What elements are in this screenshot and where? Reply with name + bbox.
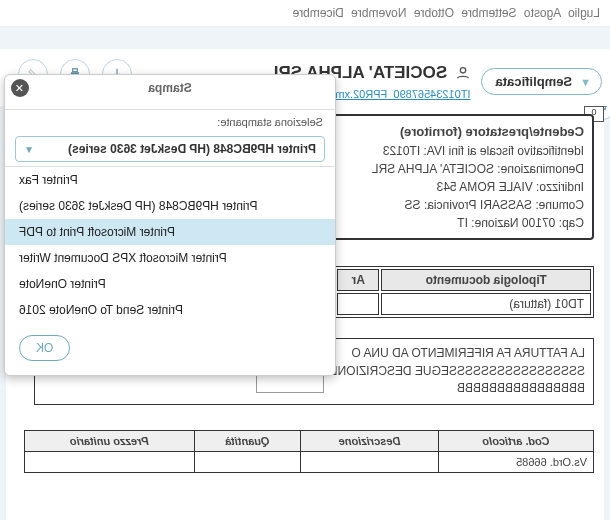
col-header: Descrizione — [301, 431, 439, 452]
col-header: Cod. articolo — [439, 431, 594, 452]
col-header: Quantità — [194, 431, 300, 452]
table-cell — [25, 452, 195, 473]
printer-option[interactable]: Printer Microsoft XPS Document Writer — [5, 245, 335, 271]
printer-option[interactable]: Printer Fax — [5, 167, 335, 193]
printer-combobox[interactable]: Printer HP9BC848 (HP DeskJet 3630 series… — [15, 136, 325, 162]
chevron-down-icon: ▼ — [24, 144, 34, 155]
supplier-box: Cedente/prestatore (fornitore) Identific… — [294, 114, 594, 240]
supplier-line: Cap: 07100 Nazione: IT — [304, 214, 584, 232]
month-item[interactable]: Ottobre — [414, 6, 454, 20]
combobox-value: Printer HP9BC848 (HP DeskJet 3630 series… — [68, 142, 316, 156]
month-item[interactable]: Novembre — [351, 6, 406, 20]
month-item[interactable]: Dicembre — [292, 6, 343, 20]
month-item[interactable]: Settembre — [461, 6, 516, 20]
svg-rect-5 — [73, 69, 78, 72]
doc-type-table: Tipologia documento Ar TD01 (fattura) — [334, 266, 594, 318]
print-dialog: ✕ Stampa Seleziona stampante: Printer HP… — [4, 74, 336, 376]
user-icon — [455, 65, 471, 84]
line-items-table: Cod. articolo Descrizione Quantità Prezz… — [24, 430, 594, 473]
dialog-title: Stampa — [5, 75, 335, 99]
supplier-line: Denominazione: SOCIETA' ALPHA SRL — [304, 160, 584, 178]
supplier-title: Cedente/prestatore (fornitore) — [304, 122, 584, 142]
printer-options-list: Printer Fax Printer HP9BC848 (HP DeskJet… — [5, 166, 335, 323]
month-item[interactable]: Agosto — [524, 6, 561, 20]
table-cell — [301, 452, 439, 473]
table-cell — [194, 452, 300, 473]
printer-option[interactable]: Printer OneNote — [5, 271, 335, 297]
svg-point-3 — [460, 68, 465, 73]
supplier-line: Comune: SASSARI Provincia: SS — [304, 196, 584, 214]
badge-label: Semplificata — [496, 74, 573, 89]
close-icon[interactable]: ✕ — [11, 79, 29, 97]
months-nav[interactable]: Luglio Agosto Settembre Ottobre Novembre… — [0, 0, 610, 27]
desc-line: BBBBBBBBBBBBBBBB — [43, 380, 585, 397]
supplier-line: Identificativo fiscale ai fini IVA: IT01… — [304, 142, 584, 160]
table-cell: Vs.Ord. 66685 — [439, 452, 594, 473]
tab-item[interactable] — [170, 99, 335, 109]
printer-option[interactable]: Printer HP9BC848 (HP DeskJet 3630 series… — [5, 193, 335, 219]
month-item[interactable]: Luglio — [568, 6, 600, 20]
table-cell — [337, 293, 379, 315]
ok-button[interactable]: OK — [19, 335, 70, 361]
table-header: Tipologia documento — [381, 269, 591, 291]
printer-option[interactable]: Printer Send To OneNote 2016 — [5, 297, 335, 323]
table-cell: TD01 (fattura) — [381, 293, 591, 315]
printer-select-label: Seleziona stampante: — [5, 110, 335, 132]
table-header: Ar — [337, 269, 379, 291]
tab-item[interactable] — [5, 99, 170, 109]
dialog-tabs — [5, 99, 335, 110]
col-header: Prezzo unitario — [25, 431, 195, 452]
supplier-line: Indirizzo: VIALE ROMA 543 — [304, 178, 584, 196]
chevron-down-icon: ▼ — [580, 76, 591, 88]
type-badge[interactable]: ▼ Semplificata — [481, 68, 602, 95]
printer-option[interactable]: Printer Microsoft Print to PDF — [5, 219, 335, 245]
